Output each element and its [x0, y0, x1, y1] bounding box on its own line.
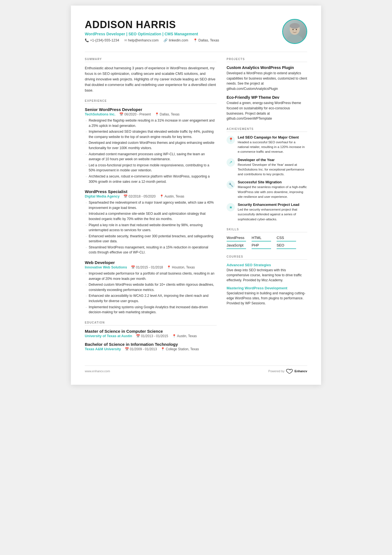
contact-phone: 📞 +1-(234)-555-1234: [85, 38, 119, 42]
job-title: Senior WordPress Developer: [85, 107, 217, 112]
calendar-icon: 📅: [123, 194, 128, 198]
edu-date: 📅 01/2009 - 01/2013: [125, 347, 157, 351]
achievement-title: Developer of the Year: [238, 158, 307, 162]
courses-title: COURSES: [227, 255, 307, 260]
calendar-icon: 📅: [136, 334, 140, 338]
job-item: WordPress Specialist Digital Media Agenc…: [85, 189, 217, 255]
achievement-item: 🔧 Successful Site Migration Managed the …: [227, 180, 307, 199]
skills-section: SKILLS WordPress HTML CSS JavaScript PHP…: [227, 228, 307, 249]
edu-location: 📍 Austin, Texas: [172, 334, 197, 338]
location-text: Dallas, Texas: [199, 38, 219, 42]
skill-item: SEO: [277, 243, 296, 249]
summary-section: SUMMARY Enthusiastic about harnessing 3 …: [85, 58, 217, 93]
edu-meta: Texas A&M University 📅 01/2009 - 01/2013…: [85, 347, 217, 351]
job-date: 📅 06/2020 - Present: [119, 112, 151, 116]
course-item: Advanced SEO Strategies Dive deep into S…: [227, 263, 307, 283]
project-title: Custom Analytics WordPress Plugin: [227, 65, 307, 70]
edu-item: Master of Science in Computer Science Un…: [85, 329, 217, 338]
project-desc: Created a green, energy-saving WordPress…: [227, 100, 307, 121]
resume-page: ADDISON HARRIS WordPress Developer | SEO…: [71, 6, 321, 385]
achievements-section: ACHIEVEMENTS 📍 Led SEO Campaign for Majo…: [227, 127, 307, 222]
edu-date: 📅 01/2013 - 01/2015: [136, 334, 168, 338]
edu-location: 📍 College Station, Texas: [161, 347, 199, 351]
pin-icon: 📍: [160, 194, 164, 198]
contact-email: ✉ help@enhancv.com: [124, 38, 159, 42]
bullet-item: Played a key role in a team that reduced…: [85, 223, 217, 233]
experience-title: EXPERIENCE: [85, 99, 217, 104]
bullet-item: Enhanced website security, thwarting ove…: [85, 234, 217, 244]
course-item: Mastering WordPress Development Speciali…: [227, 286, 307, 306]
skill-item: JavaScript: [227, 243, 246, 249]
job-title: Web Developer: [85, 260, 217, 265]
edu-item: Bachelor of Science in Information Techn…: [85, 342, 217, 351]
enhancv-heart-icon: [286, 369, 293, 374]
achievement-content: Led SEO Campaign for Major Client Headed…: [238, 135, 307, 154]
svg-point-5: [296, 29, 297, 30]
education-title: EDUCATION: [85, 321, 217, 325]
bullet-item: Architected a secure, robust e-commerce …: [85, 174, 217, 184]
achievement-icon: ★: [227, 203, 235, 211]
skill-item: WordPress: [227, 236, 246, 241]
achievement-desc: Managed the seamless migration of a high…: [238, 185, 307, 199]
pin-icon: 📍: [155, 112, 159, 116]
course-title: Mastering WordPress Development: [227, 286, 307, 290]
job-meta: TechSolutions Inc. 📅 06/2020 - Present 📍…: [85, 112, 217, 116]
skill-item: PHP: [252, 243, 271, 249]
email-icon: ✉: [124, 38, 127, 42]
bullet-item: Implemented tracking systems using Googl…: [85, 305, 217, 315]
phone-icon: 📞: [85, 38, 89, 42]
skill-item: HTML: [252, 236, 271, 241]
job-company: Innovative Web Solutions: [85, 265, 127, 269]
bullet-item: Enhanced site accessibility to WCAG 2.2 …: [85, 293, 217, 304]
linkedin-url: linkedin.com: [169, 38, 188, 42]
contact-row: 📞 +1-(234)-555-1234 ✉ help@enhancv.com 🔗…: [85, 38, 282, 42]
location-icon: 📍: [193, 38, 197, 42]
projects-title: PROJECTS: [227, 58, 307, 62]
achievement-item: ★ Security Enhancement Project Lead Led …: [227, 203, 307, 222]
bullet-item: Automated content management processes u…: [85, 152, 217, 162]
job-date: 📅 02/2018 - 05/2020: [123, 194, 155, 198]
achievement-icon: ↗: [227, 158, 235, 167]
bullet-item: Improved website performance for a portf…: [85, 271, 217, 281]
pin-icon: 📍: [167, 265, 171, 269]
contact-location: 📍 Dallas, Texas: [193, 38, 219, 42]
left-column: SUMMARY Enthusiastic about harnessing 3 …: [85, 58, 217, 357]
achievement-content: Security Enhancement Project Lead Led th…: [238, 203, 307, 222]
bullet-item: Implemented advanced SEO strategies that…: [85, 129, 217, 139]
achievement-title: Security Enhancement Project Lead: [238, 203, 307, 207]
course-desc: Dive deep into SEO techniques with this …: [227, 268, 307, 283]
achievement-desc: Headed a successful SEO overhaul for a n…: [238, 140, 307, 154]
job-location: 📍 Houston, Texas: [167, 265, 195, 269]
calendar-icon: 📅: [119, 112, 123, 116]
skill-item: CSS: [277, 236, 296, 241]
calendar-icon: 📅: [131, 265, 135, 269]
job-item: Senior WordPress Developer TechSolutions…: [85, 107, 217, 184]
achievement-icon: 🔧: [227, 181, 235, 189]
achievement-icon: 📍: [227, 136, 235, 144]
achievement-item: 📍 Led SEO Campaign for Major Client Head…: [227, 135, 307, 154]
svg-rect-3: [290, 25, 300, 28]
header-info: ADDISON HARRIS WordPress Developer | SEO…: [85, 19, 282, 42]
achievement-desc: Led the security enhancement project tha…: [238, 207, 307, 222]
job-company: TechSolutions Inc.: [85, 112, 115, 116]
bullet-item: Redesigned the flagship website resultin…: [85, 118, 217, 128]
skills-grid: WordPress HTML CSS JavaScript PHP SEO: [227, 236, 296, 249]
edu-degree: Master of Science in Computer Science: [85, 329, 217, 334]
job-bullets: Improved website performance for a portf…: [85, 271, 217, 315]
education-section: EDUCATION Master of Science in Computer …: [85, 321, 217, 351]
achievement-content: Successful Site Migration Managed the se…: [238, 180, 307, 199]
job-meta: Digital Media Agency 📅 02/2018 - 05/2020…: [85, 194, 217, 198]
achievement-item: ↗ Developer of the Year Received 'Develo…: [227, 158, 307, 177]
avatar-image: [283, 20, 306, 43]
job-bullets: Redesigned the flagship website resultin…: [85, 118, 217, 184]
project-title: Eco-Friendly WP Theme Dev: [227, 95, 307, 100]
main-columns: SUMMARY Enthusiastic about harnessing 3 …: [85, 58, 307, 357]
achievement-content: Developer of the Year Received 'Develope…: [238, 158, 307, 177]
candidate-name: ADDISON HARRIS: [85, 19, 282, 31]
job-date: 📅 01/2015 - 01/2018: [131, 265, 163, 269]
bullet-item: Streamlined WordPress management, result…: [85, 245, 217, 255]
achievement-title: Successful Site Migration: [238, 180, 307, 184]
edu-school: University of Texas at Austin: [85, 334, 132, 338]
job-location: 📍 Dallas, Texas: [155, 112, 180, 116]
footer-brand: Powered by Enhancv: [268, 369, 307, 374]
